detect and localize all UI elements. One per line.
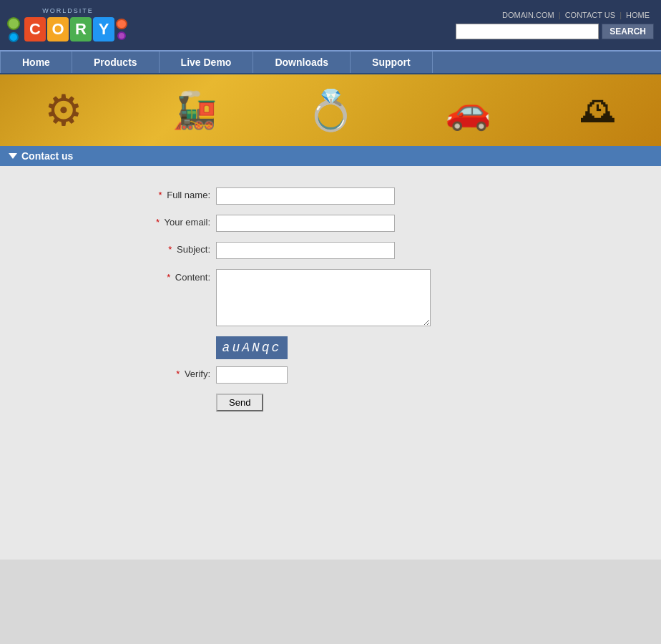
banner-gear: ⚙ xyxy=(44,85,83,135)
content-textarea[interactable] xyxy=(216,269,431,326)
subject-row: * Subject: xyxy=(116,242,545,259)
nav-downloads[interactable]: Downloads xyxy=(253,52,351,73)
content-star: * xyxy=(167,272,170,283)
email-star: * xyxy=(156,217,160,228)
nav-home[interactable]: Home xyxy=(0,52,72,73)
verify-star: * xyxy=(176,369,180,379)
email-input[interactable] xyxy=(216,215,395,232)
logo-c: C xyxy=(24,17,46,42)
logo-area: WORLDSITE C O R Y xyxy=(7,7,129,43)
content-label: * Content: xyxy=(116,269,216,283)
banner-car: 🚗 xyxy=(445,89,491,132)
nav-livedemo[interactable]: Live Demo xyxy=(160,52,254,73)
fullname-input[interactable] xyxy=(216,187,395,205)
search-button[interactable]: SEARCH xyxy=(602,24,654,39)
fullname-star: * xyxy=(159,190,162,200)
captcha-image: auANqc xyxy=(216,336,288,359)
contact-us-link[interactable]: CONTACT US xyxy=(561,11,620,19)
subject-star: * xyxy=(168,244,172,255)
verify-input[interactable] xyxy=(216,366,288,384)
logo: WORLDSITE C O R Y xyxy=(7,7,129,43)
nav-products[interactable]: Products xyxy=(72,52,160,73)
banner: ⚙ 🚂 💍 🚗 🕰 xyxy=(0,74,661,146)
send-row: Send xyxy=(116,394,545,411)
email-label: * Your email: xyxy=(116,215,216,228)
verify-row: * Verify: xyxy=(116,366,545,384)
contact-form: * Full name: * Your email: * Subject: * xyxy=(116,187,545,411)
search-area: SEARCH xyxy=(456,24,654,39)
banner-train: 🚂 xyxy=(172,89,217,131)
worldsite-label: WORLDSITE xyxy=(42,7,94,14)
contact-section-header: Contact us xyxy=(0,146,661,166)
collapse-icon[interactable] xyxy=(9,153,17,159)
home-link[interactable]: HOME xyxy=(622,11,654,19)
fullname-row: * Full name: xyxy=(116,187,545,205)
captcha-image-row: auANqc xyxy=(116,336,545,359)
nav-bar: Home Products Live Demo Downloads Suppor… xyxy=(0,50,661,74)
form-area: * Full name: * Your email: * Subject: * xyxy=(0,166,661,560)
nav-support[interactable]: Support xyxy=(351,52,433,73)
domain-link[interactable]: DOMAIN.COM xyxy=(498,11,559,19)
search-input[interactable] xyxy=(456,24,599,39)
banner-ring: 💍 xyxy=(306,87,356,134)
send-button[interactable]: Send xyxy=(216,394,263,411)
subject-input[interactable] xyxy=(216,242,395,259)
subject-label: * Subject: xyxy=(116,242,216,255)
top-bar: WORLDSITE C O R Y xyxy=(0,0,661,50)
email-row: * Your email: xyxy=(116,215,545,232)
logo-r: R xyxy=(70,17,92,42)
top-right: DOMAIN.COM | CONTACT US | HOME SEARCH xyxy=(456,11,654,39)
verify-label: * Verify: xyxy=(116,366,216,379)
contact-title: Contact us xyxy=(21,150,73,162)
logo-y: Y xyxy=(93,17,114,42)
fullname-label: * Full name: xyxy=(116,187,216,200)
logo-o: O xyxy=(47,17,69,42)
content-row: * Content: xyxy=(116,269,545,326)
top-links: DOMAIN.COM | CONTACT US | HOME xyxy=(498,11,654,19)
logo-letters: C O R Y xyxy=(24,17,114,42)
banner-clock: 🕰 xyxy=(581,89,617,131)
